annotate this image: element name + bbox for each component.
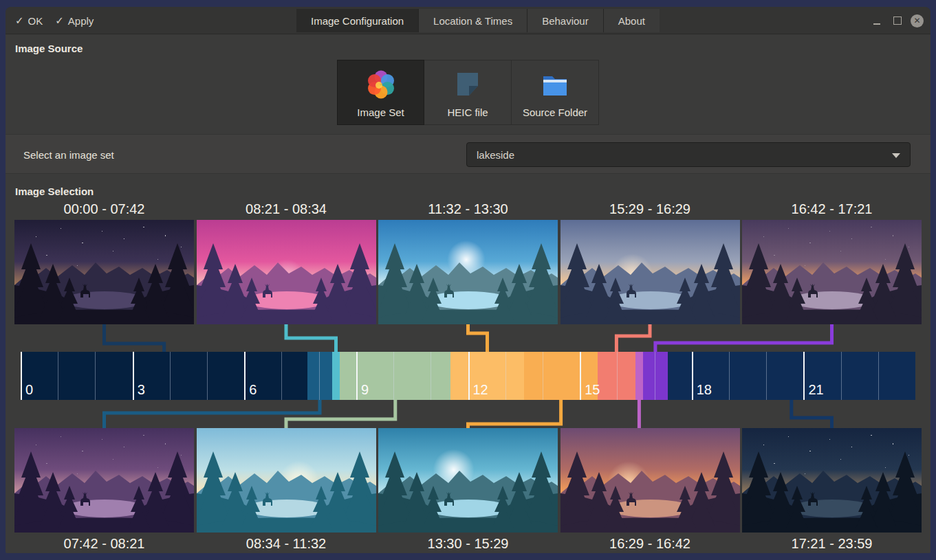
hour-label: 12: [473, 382, 488, 398]
time-range-label: 16:29 - 16:42: [560, 533, 740, 553]
wallpaper-preview: [378, 428, 558, 533]
apply-button-label: Apply: [68, 15, 94, 27]
timeline-segment: [332, 352, 340, 400]
thumbnail-top-4[interactable]: 15:29 - 16:29: [560, 200, 740, 324]
thumbnail-bottom-1[interactable]: 07:42 - 08:21: [14, 428, 194, 553]
lakeside-scene: [742, 220, 922, 324]
time-range-label: 11:32 - 13:30: [378, 200, 558, 220]
minor-hour-tick: [617, 352, 618, 400]
minor-hour-tick: [841, 352, 842, 400]
image-set-dropdown-value: lakeside: [477, 149, 514, 161]
tab-bar: Image Configuration Location & Times Beh…: [296, 9, 660, 32]
select-image-set-label: Select an image set: [23, 135, 114, 175]
image-set-dropdown[interactable]: lakeside: [466, 142, 911, 167]
thumbnail-top-1[interactable]: 00:00 - 07:42: [14, 200, 194, 324]
time-range-label: 13:30 - 15:29: [378, 533, 558, 553]
thumbnail-top-2[interactable]: 08:21 - 08:34: [197, 200, 376, 324]
hour-label: 21: [808, 382, 823, 398]
time-range-label: 08:34 - 11:32: [197, 533, 376, 553]
window-controls: [869, 7, 924, 34]
minor-hour-tick: [319, 352, 320, 400]
maximize-button[interactable]: [890, 13, 905, 28]
lakeside-scene: [14, 428, 194, 533]
tab-about[interactable]: About: [603, 9, 660, 32]
thumbnail-bottom-2[interactable]: 08:34 - 11:32: [197, 428, 376, 553]
check-icon: [15, 14, 24, 27]
image-set-pinwheel-icon: [364, 68, 398, 101]
image-set-label: Image Set: [357, 107, 404, 118]
ok-button[interactable]: OK: [15, 14, 43, 27]
tab-image-configuration[interactable]: Image Configuration: [296, 9, 418, 32]
minimize-button[interactable]: [869, 13, 884, 28]
source-type-buttons: Image Set HEIC file Source Folder: [337, 60, 599, 125]
lakeside-scene: [14, 220, 194, 324]
image-set-button[interactable]: Image Set: [337, 60, 424, 125]
thumb-row-top: 00:00 - 07:42 08:21 - 08:34 11:32 - 13:3…: [14, 200, 922, 324]
thumbnail-bottom-3[interactable]: 13:30 - 15:29: [378, 428, 558, 553]
timeline-segment: [643, 352, 667, 400]
timeline-bar: 036912151821: [21, 352, 915, 400]
time-range-label: 00:00 - 07:42: [14, 200, 194, 220]
major-hour-tick: [803, 352, 805, 400]
lakeside-scene: [378, 428, 558, 533]
thumbnail-bottom-4[interactable]: 16:29 - 16:42: [560, 428, 740, 553]
source-folder-label: Source Folder: [523, 107, 587, 118]
minor-hour-tick: [281, 352, 282, 400]
hour-label: 6: [249, 382, 257, 398]
image-source-heading: Image Source: [15, 43, 83, 54]
tab-behaviour[interactable]: Behaviour: [527, 9, 603, 32]
thumbnail-top-3[interactable]: 11:32 - 13:30: [378, 200, 558, 324]
app-window: OK Apply Image Configuration Location & …: [6, 7, 930, 553]
lakeside-scene: [197, 428, 376, 533]
desktop-background: OK Apply Image Configuration Location & …: [0, 0, 936, 560]
thumbnail-top-5[interactable]: 16:42 - 17:21: [742, 200, 922, 324]
major-hour-tick: [356, 352, 358, 400]
wallpaper-preview: [197, 220, 376, 324]
tab-location-times[interactable]: Location & Times: [418, 9, 527, 32]
minor-hour-tick: [431, 352, 431, 400]
major-hour-tick: [580, 352, 581, 400]
minor-hour-tick: [207, 352, 208, 400]
time-range-label: 08:21 - 08:34: [197, 200, 376, 220]
lakeside-scene: [560, 428, 740, 533]
wallpaper-preview: [14, 220, 194, 324]
time-range-label: 07:42 - 08:21: [14, 533, 194, 553]
minor-hour-tick: [878, 352, 879, 400]
major-hour-tick: [21, 352, 22, 400]
source-folder-icon: [538, 68, 572, 101]
minor-hour-tick: [655, 352, 655, 400]
major-hour-tick: [468, 352, 470, 400]
close-button[interactable]: [911, 14, 924, 27]
image-set-select-row: Select an image set lakeside: [6, 134, 930, 174]
wallpaper-preview: [378, 220, 558, 324]
heic-file-button[interactable]: HEIC file: [424, 60, 512, 125]
wallpaper-preview: [560, 428, 740, 533]
minor-hour-tick: [58, 352, 58, 400]
thumbnail-bottom-5[interactable]: 17:21 - 23:59: [742, 428, 922, 553]
lakeside-scene: [560, 220, 740, 324]
time-range-label: 15:29 - 16:29: [560, 200, 740, 220]
minor-hour-tick: [543, 352, 543, 400]
source-folder-button[interactable]: Source Folder: [512, 60, 599, 125]
time-range-label: 16:42 - 17:21: [742, 200, 922, 220]
time-range-label: 17:21 - 23:59: [742, 533, 922, 553]
hour-label: 0: [25, 382, 33, 398]
minor-hour-tick: [393, 352, 394, 400]
heic-file-icon: [451, 68, 484, 101]
lakeside-scene: [742, 428, 922, 533]
minor-hour-tick: [729, 352, 730, 400]
major-hour-tick: [692, 352, 693, 400]
hour-label: 18: [697, 382, 712, 398]
thumb-row-bottom: 07:42 - 08:21 08:34 - 11:32 13:30 - 15:2…: [14, 428, 922, 553]
chevron-down-icon: [892, 153, 900, 158]
image-selection-heading: Image Selection: [15, 186, 94, 197]
major-hour-tick: [133, 352, 134, 400]
wallpaper-preview: [197, 428, 376, 533]
hour-label: 15: [585, 382, 600, 398]
wallpaper-preview: [14, 428, 194, 533]
apply-button[interactable]: Apply: [55, 14, 94, 27]
wallpaper-preview: [742, 220, 922, 324]
lakeside-scene: [378, 220, 558, 324]
titlebar: OK Apply Image Configuration Location & …: [6, 7, 930, 34]
hour-label: 9: [361, 382, 369, 398]
